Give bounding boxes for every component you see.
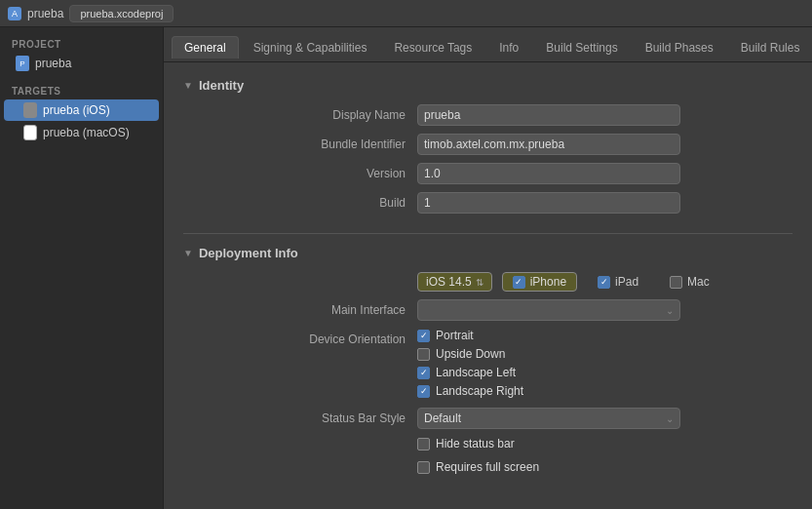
main-layout: PROJECT P prueba TARGETS prueba (iOS) pr…: [0, 27, 812, 509]
deployment-section: ▼ Deployment Info iOS 14.5 ⇅: [183, 246, 793, 476]
status-bar-style-select[interactable]: Default ⌄: [417, 408, 680, 429]
main-interface-label: Main Interface: [222, 303, 417, 317]
tab-build-rules[interactable]: Build Rules: [728, 36, 812, 59]
build-label: Build: [222, 196, 417, 210]
ios-target-icon: [23, 102, 37, 118]
landscape-left-checkbox[interactable]: [417, 367, 430, 379]
macos-target-icon: [23, 125, 37, 140]
portrait-label: Portrait: [436, 329, 474, 342]
deployment-header: ▼ Deployment Info: [183, 246, 793, 260]
upside-down-checkbox[interactable]: [417, 348, 430, 361]
hide-status-bar-label: Hide status bar: [436, 437, 515, 450]
identity-title: Identity: [199, 78, 244, 93]
hide-status-bar-checkbox[interactable]: [417, 438, 430, 450]
display-name-label: Display Name: [222, 108, 417, 122]
hide-status-bar-checkbox-row: Hide status bar: [417, 437, 515, 450]
top-bar-left: A prueba prueba.xcodeproj: [8, 5, 174, 22]
status-bar-style-arrow: ⌄: [666, 413, 674, 424]
ios-version-device-row: iOS 14.5 ⇅ iPhone iPad: [417, 272, 720, 292]
orientation-portrait: Portrait: [417, 329, 523, 342]
content-area: General Signing & Capabilities Resource …: [164, 27, 812, 509]
requires-full-screen-row: Requires full screen: [183, 460, 793, 476]
identity-triangle[interactable]: ▼: [183, 80, 193, 91]
divider-1: [183, 233, 793, 234]
project-icon: A: [8, 7, 21, 20]
requires-full-screen-checkbox-row: Requires full screen: [417, 460, 539, 474]
orientation-landscape-left: Landscape Left: [417, 366, 523, 379]
targets-section-header: TARGETS: [0, 82, 163, 98]
portrait-checkbox[interactable]: [417, 330, 430, 342]
project-section-header: PROJECT: [0, 35, 163, 52]
landscape-left-label: Landscape Left: [436, 366, 516, 379]
sidebar-ios-label: prueba (iOS): [43, 103, 110, 117]
sidebar-item-prueba-macos[interactable]: prueba (macOS): [4, 122, 159, 143]
device-orientation-label: Device Orientation: [222, 329, 417, 346]
device-orientation-row: Device Orientation Portrait Upside Down: [183, 329, 793, 400]
sidebar-project-label: prueba: [35, 57, 71, 70]
main-interface-select[interactable]: ⌄: [417, 299, 680, 321]
tab-bar: General Signing & Capabilities Resource …: [164, 27, 812, 62]
sidebar: PROJECT P prueba TARGETS prueba (iOS) pr…: [0, 27, 164, 509]
tab-build-phases[interactable]: Build Phases: [633, 36, 726, 59]
display-name-input[interactable]: [417, 104, 680, 126]
tab-build-settings[interactable]: Build Settings: [533, 36, 630, 59]
tab-resource-tags[interactable]: Resource Tags: [381, 36, 484, 59]
deploy-controls: iOS 14.5 ⇅ iPhone iPad: [417, 272, 720, 292]
mac-label: Mac: [687, 275, 710, 289]
build-input[interactable]: [417, 192, 680, 214]
mac-plain[interactable]: Mac: [659, 272, 720, 292]
version-label: Version: [222, 167, 417, 180]
main-interface-arrow: ⌄: [666, 305, 674, 316]
project-file-icon: P: [16, 56, 29, 71]
iphone-checkbox[interactable]: [513, 276, 525, 289]
ipad-plain[interactable]: iPad: [587, 272, 649, 292]
orientation-upside-down: Upside Down: [417, 347, 523, 361]
bundle-id-label: Bundle Identifier: [222, 137, 417, 151]
project-name: prueba: [27, 7, 63, 20]
version-input[interactable]: [417, 163, 680, 184]
ios-version-text: iOS 14.5: [426, 275, 472, 289]
orientation-landscape-right: Landscape Right: [417, 384, 523, 398]
ios-version-stepper[interactable]: ⇅: [476, 277, 483, 288]
orientation-group: Portrait Upside Down Landscape Left: [417, 329, 523, 400]
sidebar-item-prueba-project[interactable]: P prueba: [4, 53, 159, 74]
version-row: Version: [183, 163, 793, 184]
top-bar: A prueba prueba.xcodeproj: [0, 0, 812, 27]
mac-checkbox[interactable]: [670, 276, 682, 289]
identity-section: ▼ Identity Display Name Bundle Identifie…: [183, 78, 793, 214]
tab-signing[interactable]: Signing & Capabilities: [241, 36, 380, 59]
sidebar-item-prueba-ios[interactable]: prueba (iOS): [4, 99, 159, 121]
display-name-row: Display Name: [183, 104, 793, 126]
ipad-label: iPad: [615, 275, 638, 289]
upside-down-label: Upside Down: [436, 347, 505, 361]
status-bar-style-label: Status Bar Style: [222, 411, 417, 425]
identity-header: ▼ Identity: [183, 78, 793, 93]
bundle-id-row: Bundle Identifier: [183, 134, 793, 155]
ios-version-row: iOS 14.5 ⇅ iPhone iPad: [183, 272, 793, 292]
content-scroll: ▼ Identity Display Name Bundle Identifie…: [164, 62, 812, 509]
breadcrumb-tab[interactable]: prueba.xcodeproj: [69, 5, 174, 22]
ios-version-label-empty: [222, 272, 417, 276]
deployment-title: Deployment Info: [199, 246, 298, 260]
status-bar-style-row: Status Bar Style Default ⌄: [183, 408, 793, 429]
build-row: Build: [183, 192, 793, 214]
hide-status-bar-row: Hide status bar: [183, 437, 793, 452]
landscape-right-checkbox[interactable]: [417, 385, 430, 398]
main-interface-row: Main Interface ⌄: [183, 299, 793, 321]
deployment-triangle[interactable]: ▼: [183, 248, 193, 258]
ios-version-badge[interactable]: iOS 14.5 ⇅: [417, 272, 492, 292]
status-bar-style-value: Default: [424, 411, 666, 425]
iphone-chip[interactable]: iPhone: [502, 272, 577, 292]
bundle-id-input[interactable]: [417, 134, 680, 155]
requires-full-screen-checkbox[interactable]: [417, 461, 430, 474]
tab-info[interactable]: Info: [486, 36, 531, 59]
tab-general[interactable]: General: [172, 36, 239, 59]
landscape-right-label: Landscape Right: [436, 384, 523, 398]
sidebar-macos-label: prueba (macOS): [43, 126, 130, 139]
ipad-checkbox[interactable]: [598, 276, 610, 289]
iphone-label: iPhone: [530, 275, 566, 289]
requires-full-screen-label: Requires full screen: [436, 460, 539, 474]
